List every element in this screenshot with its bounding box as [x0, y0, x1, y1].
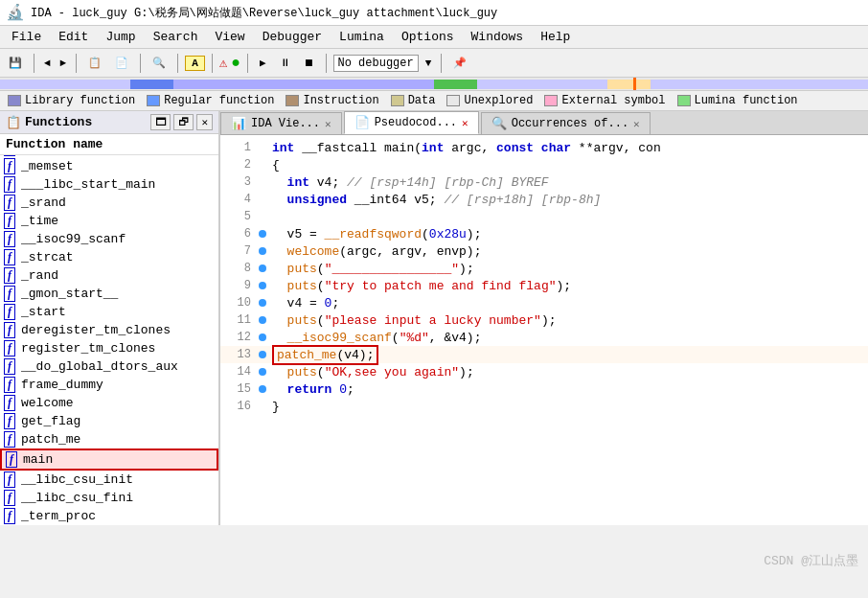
- functions-minimize[interactable]: 🗖: [150, 114, 171, 130]
- toolbar-sep-1: [34, 54, 34, 73]
- tab-pseudocode[interactable]: 📄 Pseudocod... ✕: [344, 111, 479, 134]
- code-line-9: 9 puts("try to patch me and find flag");: [220, 277, 868, 294]
- code-line-16: 16 }: [220, 398, 868, 415]
- extra-button[interactable]: 📌: [448, 54, 471, 72]
- menu-view[interactable]: View: [207, 28, 252, 46]
- func-name-15: register_tm_clones: [21, 341, 155, 356]
- func-name-18: welcome: [21, 396, 74, 410]
- highlight-a-button[interactable]: A: [185, 56, 205, 71]
- code-line-1: 1 int __fastcall main(int argc, const ch…: [220, 139, 868, 156]
- nav-back-button[interactable]: ◄: [41, 57, 54, 70]
- func-name-20: patch_me: [21, 432, 80, 447]
- title-text: IDA - luck_guy G:\税务局\网站做题\Reverse\luck_…: [31, 5, 497, 21]
- func-icon-11: f: [4, 267, 15, 284]
- tab-ida-label: IDA Vie...: [251, 117, 320, 130]
- menu-jump[interactable]: Jump: [98, 28, 143, 46]
- code-line-3: 3 int v4; // [rsp+14h] [rbp-Ch] BYREF: [220, 173, 868, 191]
- dot-6: [259, 230, 266, 238]
- func-item--srand[interactable]: f_srand: [0, 194, 218, 212]
- legend-unexplored-label: Unexplored: [464, 94, 533, 107]
- menu-windows[interactable]: Windows: [464, 28, 532, 46]
- line-num-5: 5: [224, 210, 251, 223]
- func-item--rand[interactable]: f_rand: [0, 266, 218, 285]
- functions-close[interactable]: ✕: [196, 114, 213, 130]
- func-item--memset[interactable]: f_memset: [0, 157, 218, 175]
- func-item-welcome[interactable]: fwelcome: [0, 394, 218, 412]
- func-item-patch-me[interactable]: fpatch_me: [0, 430, 218, 448]
- tab-occ-label: Occurrences of...: [512, 117, 628, 130]
- line-num-15: 15: [224, 382, 251, 396]
- stop-button[interactable]: ⏹: [299, 54, 319, 72]
- code-line-8: 8 puts("________________");: [220, 260, 868, 277]
- run-button[interactable]: ▶: [255, 54, 271, 72]
- func-icon-12: f: [4, 286, 15, 302]
- menu-lumina[interactable]: Lumina: [331, 28, 392, 46]
- tab-occurrences[interactable]: 🔍 Occurrences of... ✕: [481, 112, 651, 134]
- code-line-2: 2 {: [220, 156, 868, 173]
- menu-file[interactable]: File: [4, 28, 49, 46]
- code-text-10: v4 = 0;: [272, 296, 339, 310]
- paste-button[interactable]: 📄: [110, 54, 133, 72]
- toolbar-sep-2: [76, 54, 77, 73]
- code-text-3: int v4; // [rsp+14h] [rbp-Ch] BYREF: [272, 175, 549, 190]
- code-content[interactable]: 1 int __fastcall main(int argc, const ch…: [220, 135, 868, 525]
- pause-button[interactable]: ⏸: [275, 54, 295, 72]
- code-text-4: unsigned __int64 v5; // [rsp+18h] [rbp-8…: [272, 193, 601, 207]
- func-item--time[interactable]: f_time: [0, 212, 218, 230]
- menu-options[interactable]: Options: [394, 28, 462, 46]
- func-item-frame-dummy[interactable]: fframe_dummy: [0, 376, 218, 394]
- func-icon-8: f: [4, 213, 15, 229]
- nav-forward-button[interactable]: ►: [57, 57, 70, 70]
- func-item--gmon-start--[interactable]: f_gmon_start__: [0, 285, 218, 303]
- func-item--start[interactable]: f_start: [0, 303, 218, 321]
- functions-restore[interactable]: 🗗: [173, 114, 194, 130]
- func-item---libc-csu-fini[interactable]: f__libc_csu_fini: [0, 489, 218, 507]
- func-name-8: _time: [21, 214, 58, 228]
- legend-data: Data: [391, 94, 436, 107]
- tab-ida-view[interactable]: 📊 IDA Vie... ✕: [220, 112, 342, 134]
- debugger-selector[interactable]: No debugger: [333, 55, 419, 72]
- functions-list[interactable]: f_init_procfsub_4005F0f_putsf__stack_chk…: [0, 155, 218, 525]
- legend-regular-box: [147, 95, 160, 106]
- tab-ida-close[interactable]: ✕: [325, 118, 331, 130]
- tab-ida-icon: 📊: [231, 116, 246, 131]
- func-item-get-flag[interactable]: fget_flag: [0, 412, 218, 430]
- toolbar-sep-5: [212, 54, 213, 73]
- func-icon-22: f: [4, 472, 15, 488]
- functions-title: Functions: [25, 115, 92, 129]
- copy-button[interactable]: 📋: [83, 54, 106, 72]
- code-line-5: 5: [220, 208, 868, 225]
- toolbar-sep-3: [140, 54, 141, 73]
- func-item--term-proc[interactable]: f_term_proc: [0, 507, 218, 525]
- code-text-9: puts("try to patch me and find flag");: [272, 279, 571, 293]
- tab-occ-close[interactable]: ✕: [633, 118, 640, 130]
- func-name-14: deregister_tm_clones: [21, 323, 171, 337]
- func-item---libc-csu-init[interactable]: f__libc_csu_init: [0, 471, 218, 489]
- toolbar-sep-6: [247, 54, 248, 73]
- tab-pseudo-close[interactable]: ✕: [462, 117, 468, 129]
- menu-help[interactable]: Help: [533, 28, 578, 46]
- search-button[interactable]: 🔍: [148, 54, 171, 72]
- func-icon-17: f: [4, 377, 15, 393]
- nav-strip[interactable]: [0, 78, 868, 91]
- menu-search[interactable]: Search: [146, 28, 206, 46]
- func-icon-15: f: [4, 340, 15, 356]
- menu-debugger[interactable]: Debugger: [255, 28, 330, 46]
- func-icon-14: f: [4, 322, 15, 338]
- func-item----libc-start-main[interactable]: f___libc_start_main: [0, 175, 218, 194]
- func-name-24: _term_proc: [21, 509, 96, 523]
- func-item---do-global-dtors-aux[interactable]: f__do_global_dtors_aux: [0, 357, 218, 376]
- tab-occ-icon: 🔍: [491, 116, 507, 131]
- func-item---isoc99-scanf[interactable]: f__isoc99_scanf: [0, 230, 218, 248]
- legend-instruction-label: Instruction: [303, 94, 378, 107]
- dot-12: [259, 334, 266, 341]
- save-button[interactable]: 💾: [4, 54, 27, 72]
- debugger-dropdown[interactable]: ▼: [423, 57, 435, 70]
- func-item-deregister-tm-clones[interactable]: fderegister_tm_clones: [0, 321, 218, 339]
- legend-instruction: Instruction: [286, 94, 378, 107]
- func-item-register-tm-clones[interactable]: fregister_tm_clones: [0, 339, 218, 357]
- menu-edit[interactable]: Edit: [51, 28, 96, 46]
- func-item--strcat[interactable]: f_strcat: [0, 248, 218, 266]
- func-icon-5: f: [4, 158, 15, 174]
- func-item-main[interactable]: fmain: [0, 448, 218, 471]
